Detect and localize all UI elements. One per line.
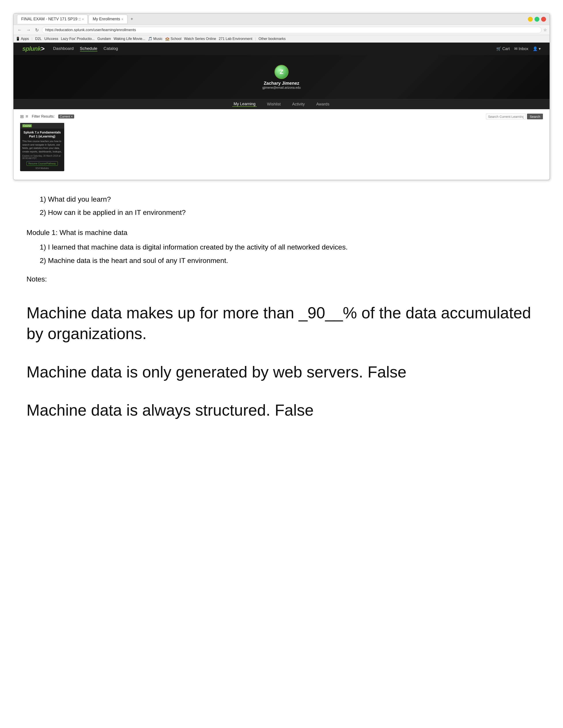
- subnav-activity[interactable]: Activity: [291, 102, 306, 107]
- bookmark-lazyfox[interactable]: Lazy Fox' Productio...: [61, 37, 95, 41]
- splunk-top-nav: splunk> Dashboard Schedule Catalog 🛒 Car…: [13, 43, 550, 55]
- nav-catalog[interactable]: Catalog: [103, 46, 118, 51]
- nav-right: 🛒 Cart ✉ Inbox 👤 ▾: [496, 46, 541, 51]
- bookmark-other[interactable]: Other bookmarks: [258, 37, 286, 41]
- title-bar: FINAL EXAM - NETV 171 SP19 :: × My Enrol…: [13, 13, 550, 25]
- course-tag: Course: [22, 124, 32, 127]
- course-card: Course Splunk 7.x Fundamentals Part 1 (e…: [20, 123, 64, 171]
- browser-window: FINAL EXAM - NETV 171 SP19 :: × My Enrol…: [13, 13, 550, 180]
- search-input[interactable]: [486, 114, 526, 119]
- bookmark-watch[interactable]: Watch Series Online: [184, 37, 216, 41]
- subnav-awards[interactable]: Awards: [315, 102, 331, 107]
- course-expiry: Expires on Saturday, 30 March 2019 at 00…: [22, 155, 62, 159]
- new-tab-button[interactable]: +: [128, 16, 135, 23]
- splunk-website: splunk> Dashboard Schedule Catalog 🛒 Car…: [13, 43, 550, 180]
- bookmark-school[interactable]: 🏫 School: [165, 37, 181, 41]
- reload-button[interactable]: ↻: [34, 27, 40, 33]
- tab-close-icon-2[interactable]: ×: [121, 17, 123, 21]
- bookmark-271lab[interactable]: 271 Lab Environment: [219, 37, 252, 41]
- list-item: What did you learn?: [40, 193, 537, 205]
- url-input[interactable]: [42, 27, 542, 33]
- tab-close-icon[interactable]: ×: [82, 17, 84, 21]
- splunk-logo[interactable]: splunk>: [22, 45, 44, 52]
- notes-label: Notes:: [26, 273, 537, 285]
- subnav-wishlist[interactable]: Wishlist: [265, 102, 282, 107]
- resume-button[interactable]: Resume Course/Pathway: [26, 161, 58, 166]
- grid-view-icon[interactable]: ⊞: [20, 114, 24, 119]
- course-card-header: Course: [20, 123, 64, 129]
- cart-button[interactable]: 🛒 Cart: [496, 46, 510, 51]
- inbox-button[interactable]: ✉ Inbox: [514, 46, 528, 51]
- course-title: Splunk 7.x Fundamentals Part 1 (eLearnin…: [22, 130, 62, 138]
- list-view-icon[interactable]: ≡: [26, 114, 28, 119]
- bookmarks-bar: 📱 Apps | D2L UAccess Lazy Fox' Productio…: [13, 35, 550, 43]
- tab-final-exam[interactable]: FINAL EXAM - NETV 171 SP19 :: ×: [17, 15, 88, 24]
- mylearning-subnav: My Learning Wishlist Activity Awards: [13, 99, 550, 109]
- module1-list: I learned that machine data is digital i…: [26, 241, 537, 266]
- list-item: I learned that machine data is digital i…: [40, 241, 537, 253]
- minimize-button[interactable]: [528, 17, 533, 22]
- bookmark-uaccess[interactable]: UAccess: [44, 37, 58, 41]
- hero-content: Z Zachary Jimenez gjimene@email.arizona.…: [262, 65, 301, 89]
- bookmark-gundam[interactable]: Gundam: [97, 37, 111, 41]
- statement-2: Machine data is only generated by web se…: [26, 362, 537, 383]
- bookmark-music[interactable]: 🎵 Music: [148, 37, 162, 41]
- close-button[interactable]: [541, 17, 546, 22]
- view-toggle: ⊞ ≡: [20, 114, 28, 119]
- statement-3: Machine data is always structured. False: [26, 400, 537, 421]
- nav-dashboard[interactable]: Dashboard: [53, 46, 74, 51]
- user-name: Zachary Jimenez: [262, 81, 301, 86]
- subnav-mylearning[interactable]: My Learning: [232, 102, 257, 107]
- tab-strip: FINAL EXAM - NETV 171 SP19 :: × My Enrol…: [17, 15, 525, 24]
- course-listing-area: ⊞ ≡ Filter Results: Current × Search Cou…: [13, 109, 550, 180]
- tab-label-2: My Enrollments: [93, 17, 120, 21]
- course-card-body: Splunk 7.x Fundamentals Part 1 (eLearnin…: [20, 129, 64, 171]
- back-button[interactable]: ←: [16, 27, 23, 32]
- user-email: gjimene@email.arizona.edu: [262, 86, 301, 89]
- document-content: What did you learn? How can it be applie…: [0, 180, 563, 447]
- nav-links: Dashboard Schedule Catalog: [53, 46, 118, 51]
- window-controls: [528, 17, 546, 22]
- bookmark-waking[interactable]: Waking Life Movie...: [113, 37, 145, 41]
- user-menu-button[interactable]: 👤 ▾: [533, 46, 541, 51]
- tab-label: FINAL EXAM - NETV 171 SP19 ::: [21, 17, 81, 21]
- course-description: This free course teaches you how to sear…: [22, 140, 62, 153]
- filter-row: ⊞ ≡ Filter Results: Current × Search: [20, 114, 543, 119]
- filter-label: Filter Results:: [32, 114, 55, 119]
- search-button[interactable]: Search: [527, 114, 543, 119]
- maximize-button[interactable]: [535, 17, 539, 22]
- bookmark-apps[interactable]: 📱 Apps: [16, 37, 29, 41]
- address-bar: ← → ↻ ☆: [13, 25, 550, 35]
- list-item: How can it be applied in an IT environme…: [40, 206, 537, 218]
- bookmark-d2l[interactable]: D2L: [35, 37, 41, 41]
- statement-1: Machine data makes up for more than _90_…: [26, 303, 537, 344]
- tab-my-enrollments[interactable]: My Enrollments ×: [88, 15, 127, 24]
- module1-title: Module 1: What is machine data: [26, 227, 537, 238]
- star-icon[interactable]: ☆: [543, 28, 547, 32]
- module-count: 0/14 Modules: [22, 167, 62, 169]
- nav-schedule[interactable]: Schedule: [80, 46, 97, 51]
- filter-badge[interactable]: Current ×: [58, 114, 74, 118]
- questions-list: What did you learn? How can it be applie…: [26, 193, 537, 219]
- list-item: Machine data is the heart and soul of an…: [40, 255, 537, 266]
- avatar-initials: Z: [279, 68, 283, 75]
- forward-button[interactable]: →: [25, 27, 32, 32]
- search-box: Search: [486, 114, 543, 119]
- avatar: Z: [274, 65, 289, 79]
- hero-banner: Z Zachary Jimenez gjimene@email.arizona.…: [13, 55, 550, 99]
